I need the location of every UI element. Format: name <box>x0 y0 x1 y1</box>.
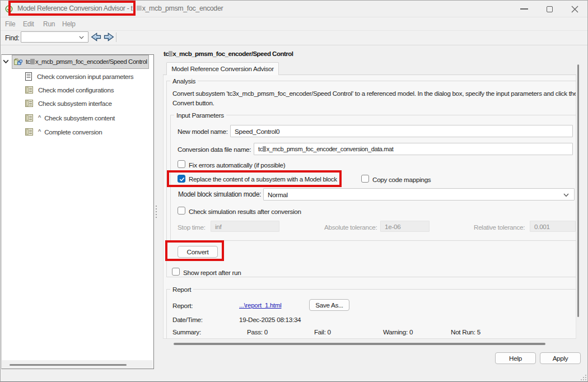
summary-pass: Pass: 0 <box>247 328 268 336</box>
chevron-down-icon <box>79 36 84 39</box>
stop-time-value: inf <box>215 223 221 230</box>
splitter-handle-dot[interactable] <box>156 208 157 209</box>
back-arrow-icon[interactable] <box>91 32 101 41</box>
tree-item-label: Check subsystem content <box>44 114 115 122</box>
check-list-icon <box>25 100 33 107</box>
summary-warning: Warning: 0 <box>383 328 413 336</box>
new-model-name-value: Speed_Control0 <box>235 128 279 135</box>
splitter-handle-dot[interactable] <box>156 214 157 215</box>
convert-button[interactable]: Convert <box>178 246 218 258</box>
tree-item-check-subsystem-content[interactable]: ^ Check subsystem content <box>25 111 115 124</box>
tree-collapse-chevron-icon[interactable] <box>3 59 9 64</box>
conversion-data-file-label: Conversion data file name: <box>178 146 251 153</box>
replace-content-label[interactable]: Replace the content of a subsystem with … <box>189 176 337 183</box>
model-reference-conversion-advisor-window: Model Reference Conversion Advisor - tx_… <box>0 0 588 382</box>
report-link[interactable]: ...\report_1.html <box>239 302 281 309</box>
help-button[interactable]: Help <box>495 352 536 364</box>
vertical-scrollbar-thumb[interactable] <box>577 64 579 317</box>
check-sim-results-label[interactable]: Check simulation results after conversio… <box>189 208 301 215</box>
menu-run[interactable]: Run <box>43 18 55 31</box>
check-document-icon <box>25 72 32 81</box>
menu-file[interactable]: File <box>5 18 15 31</box>
check-list-icon <box>25 114 33 122</box>
relative-tolerance-value: 0.001 <box>534 223 550 230</box>
tree-horizontal-scrollbar-thumb[interactable] <box>10 364 127 366</box>
splitter-handle-dot[interactable] <box>156 206 157 207</box>
relative-tolerance-label: Relative tolerance: <box>474 223 525 231</box>
close-icon <box>571 6 578 13</box>
summary-not-run: Not Run: 5 <box>451 328 480 336</box>
tree-item-label: Complete conversion <box>44 128 102 136</box>
model-folder-icon <box>13 57 23 67</box>
tree-item-prefix: ^ <box>38 114 41 121</box>
save-as-button[interactable]: Save As... <box>309 299 349 311</box>
stop-time-input: inf <box>211 221 279 232</box>
tree-root-text: tc <box>26 58 30 65</box>
check-list-icon <box>25 86 33 94</box>
sim-mode-dropdown[interactable]: Normal <box>263 188 575 201</box>
copy-code-mappings-checkbox[interactable] <box>361 175 369 183</box>
check-sim-results-checkbox[interactable] <box>178 207 185 215</box>
resize-grip <box>581 379 582 380</box>
apply-button[interactable]: Apply <box>540 352 581 364</box>
analysis-description-line1: Convert subsystem 'tc3x_mcb_pmsm_foc_enc… <box>172 90 576 97</box>
absolute-tolerance-label: Absolute tolerance: <box>324 223 377 231</box>
toolbar <box>1 31 587 45</box>
horizontal-scrollbar-thumb[interactable] <box>174 343 545 345</box>
copy-code-mappings-label[interactable]: Copy code mappings <box>372 176 431 183</box>
app-icon <box>5 5 13 13</box>
tree-item-check-conversion-input-parameters[interactable]: Check conversion input parameters <box>25 69 133 83</box>
header-text: tc <box>164 50 169 57</box>
close-button[interactable] <box>568 1 586 17</box>
forward-arrow-icon[interactable] <box>104 32 114 41</box>
window-title: Model Reference Conversion Advisor - tx_… <box>17 1 223 17</box>
fix-errors-checkbox[interactable] <box>178 160 185 168</box>
tree-root-text: x_mcb_pmsm_foc_encoder/Speed Control <box>35 58 147 65</box>
new-model-name-label: New model name: <box>178 128 228 135</box>
report-label: Report: <box>172 302 193 309</box>
analysis-legend: Analysis <box>170 77 198 85</box>
fix-errors-label[interactable]: Fix errors automatically (if possible) <box>189 161 285 169</box>
check-list-icon <box>25 128 33 136</box>
tree-item-check-model-configurations[interactable]: Check model configurations <box>25 83 114 96</box>
sim-mode-label: Model block simulation mode: <box>178 191 261 198</box>
sim-mode-selected-value: Normal <box>268 191 288 198</box>
splitter-handle-dot[interactable] <box>156 211 157 212</box>
replace-content-checkbox[interactable] <box>178 175 185 183</box>
report-groupbox <box>166 289 576 339</box>
menu-help[interactable]: Help <box>62 18 76 31</box>
window-title-text: x_mcb_pmsm_foc_encoder <box>142 4 223 12</box>
report-legend: Report <box>170 286 193 293</box>
maximize-icon <box>547 6 553 12</box>
absolute-tolerance-input: 1e-06 <box>380 221 430 232</box>
input-parameters-legend: Input Parameters <box>174 111 226 119</box>
resize-grip[interactable] <box>585 375 586 376</box>
conversion-file-value-text: tc <box>258 146 263 152</box>
maximize-button[interactable] <box>543 1 559 17</box>
tree-root-label[interactable]: tcx_mcb_pmsm_foc_encoder/Speed Control <box>26 55 147 69</box>
redaction-blob <box>30 59 35 64</box>
find-label: Find: <box>5 35 19 42</box>
absolute-tolerance-value: 1e-06 <box>385 223 400 230</box>
toolbar-separator <box>116 32 116 42</box>
tree-item-complete-conversion[interactable]: ^ Complete conversion <box>25 125 102 138</box>
new-model-name-input[interactable]: Speed_Control0 <box>230 125 573 137</box>
minimize-button[interactable] <box>516 1 533 17</box>
splitter-handle-dot[interactable] <box>156 217 157 218</box>
titlebar: Model Reference Conversion Advisor - tx_… <box>1 1 587 17</box>
minimize-icon <box>520 8 528 10</box>
conversion-data-file-input[interactable]: tcx_mcb_pmsm_foc_encoder_conversion_data… <box>254 143 573 155</box>
show-report-checkbox[interactable] <box>172 268 180 276</box>
tab-model-reference-conversion-advisor[interactable]: Model Reference Conversion Advisor <box>166 62 279 75</box>
redaction-blob <box>137 6 142 11</box>
resize-grip <box>585 377 586 378</box>
chevron-down-icon <box>563 193 569 197</box>
menu-edit[interactable]: Edit <box>23 18 34 31</box>
stop-time-label: Stop time: <box>178 223 206 231</box>
tree-item-label: Check model configurations <box>38 86 114 94</box>
find-combobox[interactable] <box>21 31 88 43</box>
show-report-label[interactable]: Show report after run <box>183 269 241 276</box>
tree-item-check-subsystem-interface[interactable]: Check subsystem interface <box>25 96 112 110</box>
menubar <box>1 17 587 31</box>
resize-grip <box>585 379 586 380</box>
